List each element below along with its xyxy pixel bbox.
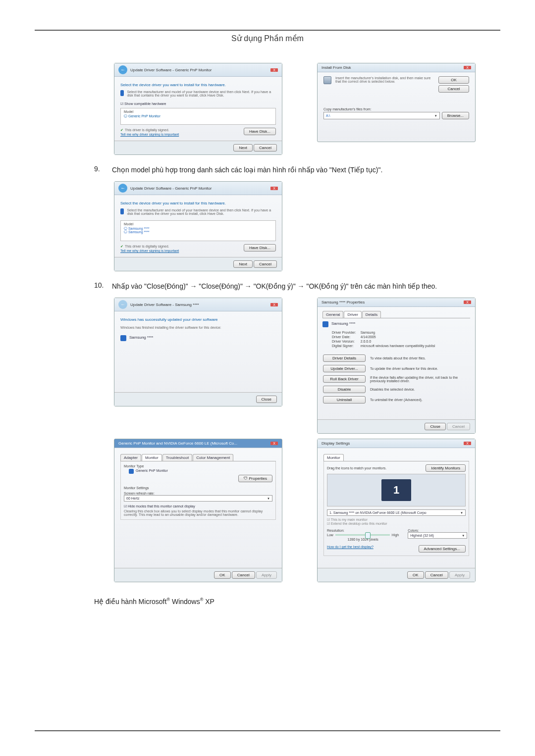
details-desc: To view details about the driver files.	[366, 354, 470, 362]
monitor-preview[interactable]: 1	[381, 479, 411, 501]
signed-text: This driver is digitally signed.	[125, 245, 169, 248]
rollback-driver-button[interactable]: Roll Back Driver	[323, 375, 366, 383]
model-col-header: Model	[124, 222, 272, 226]
cancel-button[interactable]: Cancel	[232, 571, 255, 579]
dialog-update-driver-1: ← Update Driver Software - Generic PnP M…	[114, 63, 282, 155]
dialog-heading: Select the device driver you want to ins…	[120, 83, 276, 87]
model-list-item[interactable]: 🖵 Samsung ****	[124, 227, 272, 230]
tab-color-management[interactable]: Color Management	[193, 454, 233, 461]
hide-modes-label: Hide modes that this monitor cannot disp…	[128, 504, 195, 508]
driver-details-button[interactable]: Driver Details	[323, 354, 366, 362]
dialog-install-from-disk: Install From Disk X Insert the manufactu…	[317, 63, 476, 142]
version-label: Driver Version:	[331, 339, 360, 344]
hide-modes-checkbox[interactable]: ☑	[124, 504, 127, 508]
disable-button[interactable]: Disable	[323, 386, 366, 393]
res-low-label: Low	[327, 533, 333, 537]
close-icon[interactable]: X	[270, 68, 278, 72]
have-disk-button[interactable]: Have Disk...	[244, 128, 276, 135]
next-button[interactable]: Next	[233, 260, 252, 268]
tab-troubleshoot[interactable]: Troubleshoot	[162, 454, 192, 461]
update-driver-button[interactable]: Update Driver...	[323, 365, 366, 372]
identify-monitors-button[interactable]: Identify Monitors	[426, 464, 466, 472]
close-icon[interactable]: X	[464, 301, 471, 304]
res-high-label: High	[392, 533, 399, 537]
dialog-heading: Windows has successfully updated your dr…	[120, 317, 276, 322]
browse-button[interactable]: Browse...	[442, 112, 469, 119]
page-title: Sử dụng Phần mềm	[35, 34, 500, 43]
extend-desktop-label: Extend the desktop onto this monitor	[331, 522, 387, 525]
provider-value: Samsung	[360, 330, 436, 335]
apply-button: Apply	[256, 571, 277, 579]
help-text: Select the manufacturer and model of you…	[127, 90, 276, 97]
advanced-settings-button[interactable]: Advanced Settings...	[419, 545, 466, 553]
tab-general[interactable]: General	[322, 311, 343, 318]
close-icon[interactable]: X	[270, 442, 278, 445]
step-number: 9.	[94, 165, 106, 175]
step-text: Chọn model phù hợp trong danh sách các l…	[112, 165, 500, 175]
date-label: Driver Date:	[331, 335, 360, 339]
back-icon[interactable]: ←	[118, 65, 127, 74]
drag-text: Drag the icons to match your monitors.	[327, 466, 386, 470]
main-monitor-checkbox: ☑	[327, 518, 330, 521]
disk-icon	[323, 76, 331, 84]
tab-driver[interactable]: Driver	[344, 311, 361, 318]
close-icon[interactable]: X	[464, 66, 471, 69]
refresh-rate-dropdown[interactable]: 60 Hertz▼	[124, 495, 272, 502]
cancel-button[interactable]: Cancel	[425, 571, 448, 579]
model-list-item[interactable]: 🖵 Generic PnP Monitor	[124, 114, 272, 118]
ok-button[interactable]: OK	[407, 571, 424, 579]
dialog-update-driver-2: ← Update Driver Software - Generic PnP M…	[114, 181, 282, 271]
device-icon	[120, 90, 124, 96]
device-name: Samsung ****	[331, 321, 355, 327]
why-signing-link[interactable]: Tell me why driver signing is important	[120, 249, 179, 252]
have-disk-button[interactable]: Have Disk...	[244, 244, 276, 252]
ok-button[interactable]: OK	[438, 76, 469, 84]
provider-label: Driver Provider:	[331, 330, 360, 335]
cancel-button[interactable]: Cancel	[254, 144, 277, 151]
tab-monitor[interactable]: Monitor	[142, 454, 162, 461]
tab-monitor[interactable]: Monitor	[323, 454, 344, 461]
chevron-down-icon: ▼	[267, 497, 270, 500]
monitor-icon	[129, 469, 134, 474]
device-icon	[322, 321, 328, 327]
model-list-item[interactable]: 🖵 Samsung ****	[124, 230, 272, 234]
best-display-link[interactable]: How do I get the best display?	[327, 545, 374, 553]
properties-button[interactable]: 🛡 Properties	[238, 475, 272, 482]
step-text: Nhấp vào "Close(Đóng)" → "Close(Đóng)" →…	[112, 281, 500, 292]
dialog-title: Display Settings	[321, 441, 350, 446]
close-button[interactable]: Close	[425, 423, 445, 430]
dialog-title: Update Driver Software - Generic PnP Mon…	[130, 68, 212, 72]
close-icon[interactable]: X	[464, 442, 471, 445]
signed-text: This driver is digitally signed.	[125, 128, 169, 132]
back-icon[interactable]: ←	[118, 184, 127, 193]
version-value: 2.0.0.0	[360, 339, 436, 344]
chevron-down-icon: ▼	[434, 114, 437, 117]
tab-details[interactable]: Details	[362, 311, 381, 318]
signed-icon: ✔	[120, 245, 123, 248]
colors-dropdown[interactable]: Highest (32 bit)▼	[408, 532, 467, 539]
dialog-monitor-properties: Generic PnP Monitor and NVIDIA GeForce 6…	[114, 439, 282, 582]
monitor-type-label: Monitor Type	[124, 464, 272, 468]
resolution-label: Resolution:	[327, 529, 399, 532]
chevron-down-icon: ▼	[462, 534, 465, 537]
why-signing-link[interactable]: Tell me why driver signing is important	[120, 133, 179, 136]
back-icon: ←	[118, 300, 127, 309]
show-compatible-checkbox[interactable]: ☑	[120, 102, 123, 105]
close-icon[interactable]: X	[270, 303, 278, 306]
signer-value: microsoft windows hardware compatibility…	[360, 344, 436, 348]
resolution-value: 1280 by 1024 pixels	[327, 538, 399, 541]
copy-from-dropdown[interactable]: A:\▼	[323, 112, 440, 119]
resolution-slider[interactable]	[335, 534, 390, 536]
close-icon[interactable]: X	[270, 187, 278, 190]
monitor-select-dropdown[interactable]: 1. Samsung **** on NVIDIA GeForce 6600 L…	[327, 509, 466, 516]
uninstall-button[interactable]: Uninstall	[323, 396, 366, 403]
tab-adapter[interactable]: Adapter	[120, 454, 141, 461]
main-monitor-label: This is my main monitor	[331, 518, 368, 521]
step-number: 10.	[94, 281, 106, 292]
next-button[interactable]: Next	[233, 144, 252, 151]
close-button[interactable]: Close	[256, 396, 277, 403]
cancel-button[interactable]: Cancel	[254, 260, 277, 268]
ok-button[interactable]: OK	[214, 571, 231, 579]
chevron-down-icon: ▼	[460, 511, 463, 514]
cancel-button[interactable]: Cancel	[438, 85, 469, 93]
